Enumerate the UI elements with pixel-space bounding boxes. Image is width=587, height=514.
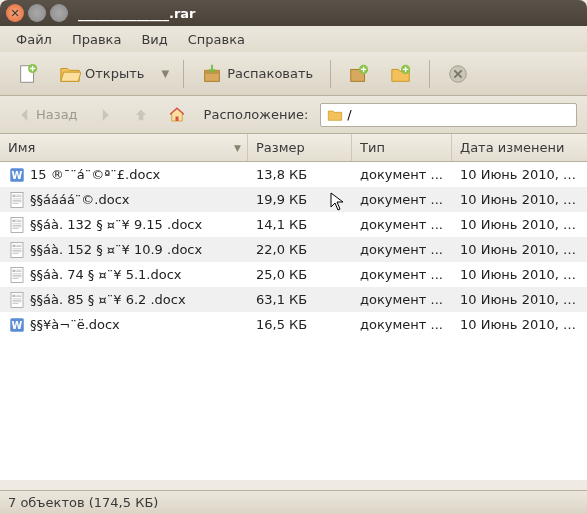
minimize-icon[interactable] — [28, 4, 46, 22]
header-name[interactable]: Имя▼ — [0, 134, 248, 161]
svg-rect-33 — [13, 251, 22, 252]
cell-name: §§áà. 74 § ¤¨¥ 5.1.docx — [0, 266, 248, 284]
cell-date: 10 Июнь 2010, 2... — [452, 217, 587, 232]
cell-name: §§áà. 132 § ¤¨¥ 9.15 .docx — [0, 216, 248, 234]
svg-rect-21 — [16, 219, 21, 220]
cell-type: документ ... — [352, 242, 452, 257]
new-archive-button[interactable] — [10, 58, 46, 90]
svg-rect-22 — [16, 221, 21, 222]
svg-rect-36 — [13, 269, 16, 271]
extract-label: Распаковать — [227, 66, 313, 81]
svg-rect-29 — [16, 244, 21, 245]
svg-rect-28 — [13, 244, 16, 246]
file-list: W15 ®¯¨á¨©ª¨£.docx13,8 КБдокумент ...10 … — [0, 162, 587, 480]
svg-rect-49 — [13, 301, 22, 302]
table-row[interactable]: W§§¥à¬¨ë.docx16,5 КБдокумент ...10 Июнь … — [0, 312, 587, 337]
svg-text:W: W — [12, 169, 23, 180]
svg-rect-32 — [13, 250, 22, 251]
separator — [330, 60, 331, 88]
header-size[interactable]: Размер — [248, 134, 352, 161]
navbar: Назад Расположение: / — [0, 96, 587, 134]
svg-rect-41 — [13, 276, 22, 277]
back-label: Назад — [36, 107, 78, 122]
home-button[interactable] — [162, 102, 192, 128]
open-button[interactable]: Открыть — [52, 58, 151, 90]
table-row[interactable]: §§áà. 152 § ¤¨¥ 10.9 .docx22,0 КБдокумен… — [0, 237, 587, 262]
cell-type: документ ... — [352, 217, 452, 232]
svg-rect-34 — [13, 253, 19, 254]
table-row[interactable]: §§áà. 74 § ¤¨¥ 5.1.docx25,0 КБдокумент .… — [0, 262, 587, 287]
svg-rect-20 — [13, 219, 16, 221]
svg-rect-31 — [13, 248, 22, 249]
back-button[interactable]: Назад — [10, 102, 84, 128]
header-date[interactable]: Дата изменени — [452, 134, 587, 161]
table-row[interactable]: §§áà. 132 § ¤¨¥ 9.15 .docx14,1 КБдокумен… — [0, 212, 587, 237]
open-label: Открыть — [85, 66, 144, 81]
menu-edit[interactable]: Правка — [64, 29, 129, 50]
svg-rect-44 — [13, 294, 16, 296]
svg-rect-47 — [13, 298, 22, 299]
cell-date: 10 Июнь 2010, 2... — [452, 192, 587, 207]
add-folder-button[interactable] — [383, 58, 419, 90]
separator — [183, 60, 184, 88]
cell-type: документ ... — [352, 317, 452, 332]
location-label: Расположение: — [204, 107, 309, 122]
stop-button[interactable] — [440, 58, 476, 90]
stop-icon — [447, 63, 469, 85]
add-files-icon — [348, 63, 370, 85]
status-text: 7 объектов (174,5 КБ) — [8, 495, 158, 510]
cell-name: §§áà. 152 § ¤¨¥ 10.9 .docx — [0, 241, 248, 259]
svg-rect-24 — [13, 225, 22, 226]
cell-name: §§áà. 85 § ¤¨¥ 6.2 .docx — [0, 291, 248, 309]
cell-date: 10 Июнь 2010, 2... — [452, 167, 587, 182]
folder-icon — [327, 107, 343, 123]
statusbar: 7 объектов (174,5 КБ) — [0, 490, 587, 514]
cell-size: 19,9 КБ — [248, 192, 352, 207]
menu-view[interactable]: Вид — [133, 29, 175, 50]
svg-rect-45 — [16, 294, 21, 295]
new-archive-icon — [17, 63, 39, 85]
table-row[interactable]: W15 ®¯¨á¨©ª¨£.docx13,8 КБдокумент ...10 … — [0, 162, 587, 187]
up-icon — [132, 106, 150, 124]
cell-date: 10 Июнь 2010, 2... — [452, 292, 587, 307]
cell-name: §§áááá¨©.docx — [0, 191, 248, 209]
toolbar: Открыть ▼ Распаковать — [0, 52, 587, 96]
close-icon[interactable]: ✕ — [6, 4, 24, 22]
menubar: Файл Правка Вид Справка — [0, 26, 587, 52]
cell-size: 13,8 КБ — [248, 167, 352, 182]
cell-type: документ ... — [352, 167, 452, 182]
svg-rect-37 — [16, 269, 21, 270]
svg-rect-39 — [13, 273, 22, 274]
header-type[interactable]: Тип — [352, 134, 452, 161]
table-row[interactable]: §§áááá¨©.docx19,9 КБдокумент ...10 Июнь … — [0, 187, 587, 212]
add-folder-icon — [390, 63, 412, 85]
svg-rect-16 — [13, 200, 22, 201]
cell-date: 10 Июнь 2010, 2... — [452, 317, 587, 332]
forward-button[interactable] — [90, 102, 120, 128]
extract-button[interactable]: Распаковать — [194, 58, 320, 90]
up-button[interactable] — [126, 102, 156, 128]
svg-rect-15 — [13, 198, 22, 199]
maximize-icon[interactable] — [50, 4, 68, 22]
location-field[interactable]: / — [320, 103, 577, 127]
svg-rect-50 — [13, 303, 19, 304]
table-row[interactable]: §§áà. 85 § ¤¨¥ 6.2 .docx63,1 КБдокумент … — [0, 287, 587, 312]
cell-date: 10 Июнь 2010, 2... — [452, 242, 587, 257]
open-dropdown[interactable]: ▼ — [157, 68, 173, 79]
menu-file[interactable]: Файл — [8, 29, 60, 50]
svg-rect-46 — [16, 296, 21, 297]
folder-open-icon — [59, 63, 81, 85]
svg-rect-42 — [13, 278, 19, 279]
cell-name: W§§¥à¬¨ë.docx — [0, 316, 248, 334]
svg-rect-8 — [175, 116, 178, 121]
cell-type: документ ... — [352, 192, 452, 207]
svg-rect-17 — [13, 201, 22, 202]
cell-type: документ ... — [352, 292, 452, 307]
svg-rect-38 — [16, 271, 21, 272]
svg-rect-23 — [13, 223, 22, 224]
svg-rect-25 — [13, 226, 22, 227]
add-files-button[interactable] — [341, 58, 377, 90]
svg-rect-40 — [13, 275, 22, 276]
home-icon — [168, 106, 186, 124]
menu-help[interactable]: Справка — [180, 29, 253, 50]
